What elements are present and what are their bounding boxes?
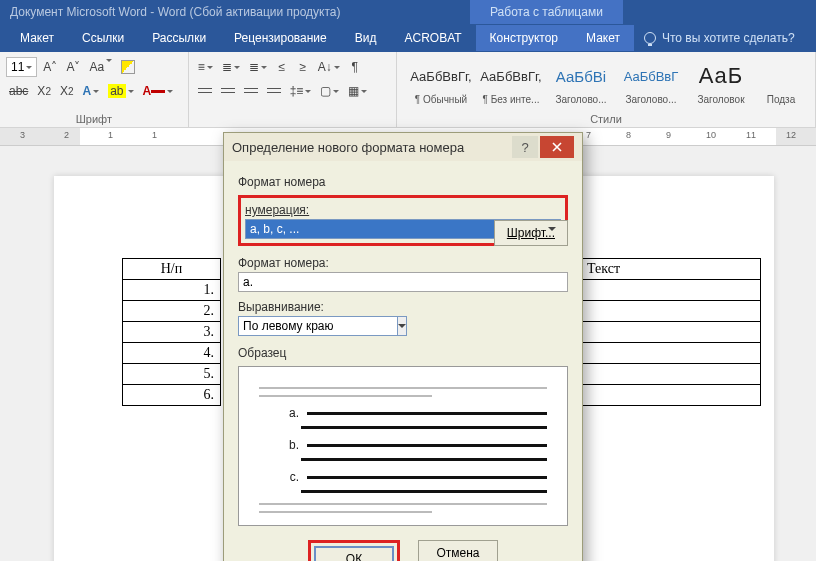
tab-maket[interactable]: Макет <box>6 25 68 51</box>
bullets-button[interactable]: ≡ <box>195 57 216 77</box>
group-font: 11 A˄ A˅ Aa abc X2 X2 A ab A Шрифт <box>0 52 189 127</box>
header-cell-c[interactable]: Текст <box>581 259 761 280</box>
grow-font-button[interactable]: A˄ <box>40 57 60 77</box>
header-cell-a[interactable]: Н/п <box>123 259 221 280</box>
multilevel-button[interactable]: ≣ <box>246 57 270 77</box>
superscript-button[interactable]: X2 <box>57 81 77 101</box>
app-title-bar: Документ Microsoft Word - Word (Сбой акт… <box>0 0 816 24</box>
define-number-format-dialog: Определение нового формата номера ? Форм… <box>223 132 583 561</box>
style-subtitle[interactable]: Подза <box>761 62 801 105</box>
tab-links[interactable]: Ссылки <box>68 25 138 51</box>
line-spacing-button[interactable]: ‡≡ <box>287 81 315 101</box>
sample-preview: a. b. c. <box>238 366 568 526</box>
text-effects-button[interactable]: A <box>80 81 103 101</box>
group-styles: АаБбВвГг, ¶ Обычный АаБбВвГг, ¶ Без инте… <box>397 52 816 127</box>
subscript-button[interactable]: X2 <box>34 81 54 101</box>
align-left-button[interactable] <box>195 81 215 101</box>
section-format: Формат номера <box>238 175 568 189</box>
tab-designer[interactable]: Конструктор <box>476 25 572 51</box>
close-icon <box>552 142 562 152</box>
align-right-button[interactable] <box>241 81 261 101</box>
cancel-button[interactable]: Отмена <box>418 540 498 561</box>
dialog-title: Определение нового формата номера <box>232 140 464 155</box>
numbering-label: нумерация: <box>245 203 561 217</box>
change-case-button[interactable]: Aa <box>86 57 115 77</box>
group-font-label: Шрифт <box>6 111 182 125</box>
decrease-indent-button[interactable]: ≤ <box>273 57 291 77</box>
font-color-button[interactable]: A <box>140 81 177 101</box>
sample-label: Образец <box>238 346 568 360</box>
ribbon-tabs: Макет Ссылки Рассылки Рецензирование Вид… <box>0 24 816 52</box>
ribbon: 11 A˄ A˅ Aa abc X2 X2 A ab A Шрифт ≡ ≣ ≣ <box>0 52 816 128</box>
highlight-ok: ОК <box>308 540 400 561</box>
ok-button[interactable]: ОК <box>314 546 394 561</box>
highlight-button[interactable]: ab <box>105 81 136 101</box>
shading-button[interactable]: ▢ <box>317 81 342 101</box>
contextual-tab-title: Работа с таблицами <box>470 0 623 24</box>
tab-acrobat[interactable]: ACROBAT <box>390 25 475 51</box>
dialog-titlebar[interactable]: Определение нового формата номера ? <box>224 133 582 161</box>
tab-maket2[interactable]: Макет <box>572 25 634 51</box>
style-nospacing[interactable]: АаБбВвГг, ¶ Без инте... <box>481 62 541 105</box>
tab-mailings[interactable]: Рассылки <box>138 25 220 51</box>
dialog-close-button[interactable] <box>540 136 574 158</box>
clear-format-button[interactable] <box>118 57 138 77</box>
align-combo[interactable] <box>238 316 378 336</box>
app-title: Документ Microsoft Word - Word (Сбой акт… <box>10 5 341 19</box>
chevron-down-icon[interactable] <box>398 316 407 336</box>
increase-indent-button[interactable]: ≥ <box>294 57 312 77</box>
style-title[interactable]: АаБ Заголовок <box>691 62 751 105</box>
format-label: Формат номера: <box>238 256 568 270</box>
show-marks-button[interactable]: ¶ <box>346 57 364 77</box>
style-heading2[interactable]: АаБбВвГ Заголово... <box>621 62 681 105</box>
group-styles-label: Стили <box>403 111 809 125</box>
lightbulb-icon <box>644 32 656 44</box>
format-input[interactable] <box>238 272 568 292</box>
font-button[interactable]: Шрифт... <box>494 220 568 246</box>
sort-button[interactable]: A↓ <box>315 57 343 77</box>
group-paragraph: ≡ ≣ ≣ ≤ ≥ A↓ ¶ ‡≡ ▢ ▦ <box>189 52 397 127</box>
align-input[interactable] <box>238 316 398 336</box>
borders-button[interactable]: ▦ <box>345 81 370 101</box>
align-label: Выравнивание: <box>238 300 568 314</box>
shrink-font-button[interactable]: A˅ <box>63 57 83 77</box>
tell-me-placeholder: Что вы хотите сделать? <box>662 31 795 45</box>
numbering-button[interactable]: ≣ <box>219 57 243 77</box>
tab-review[interactable]: Рецензирование <box>220 25 341 51</box>
style-normal[interactable]: АаБбВвГг, ¶ Обычный <box>411 62 471 105</box>
dialog-help-button[interactable]: ? <box>512 136 538 158</box>
style-heading1[interactable]: АаБбВі Заголово... <box>551 62 611 105</box>
justify-button[interactable] <box>264 81 284 101</box>
tell-me-search[interactable]: Что вы хотите сделать? <box>644 31 795 45</box>
strikethrough-button[interactable]: abc <box>6 81 31 101</box>
group-paragraph-label <box>195 111 390 125</box>
font-size-combo[interactable]: 11 <box>6 57 37 77</box>
tab-view[interactable]: Вид <box>341 25 391 51</box>
align-center-button[interactable] <box>218 81 238 101</box>
